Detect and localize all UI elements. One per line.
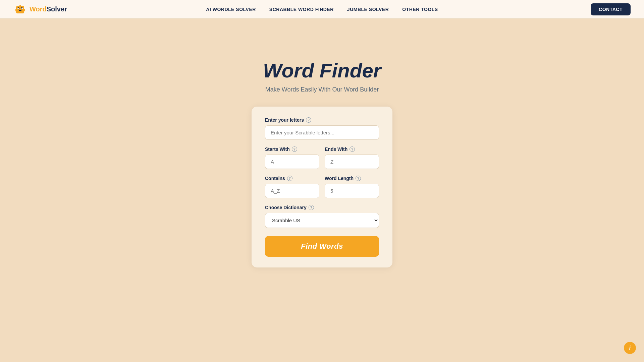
main-nav: AI WORDLE SOLVER SCRABBLE WORD FINDER JU… <box>206 7 438 12</box>
letters-help-icon[interactable]: ? <box>306 117 311 123</box>
main-content: Word Finder Make Words Easily With Our W… <box>0 19 644 267</box>
svg-rect-0 <box>16 6 24 13</box>
dictionary-label: Choose Dictionary ? <box>265 205 379 210</box>
contains-help-icon[interactable]: ? <box>287 176 292 181</box>
starts-ends-row: Starts With ? Ends With ? <box>265 146 379 169</box>
svg-point-7 <box>17 8 19 9</box>
letters-field-group: Enter your letters ? <box>265 117 379 140</box>
nav-scrabble[interactable]: SCRABBLE WORD FINDER <box>269 7 334 12</box>
page-subtitle: Make Words Easily With Our Word Builder <box>265 86 379 93</box>
header: WordSolver AI WORDLE SOLVER SCRABBLE WOR… <box>0 0 644 19</box>
word-length-field-group: Word Length ? <box>325 176 379 198</box>
find-words-button[interactable]: Find Words <box>265 236 379 257</box>
logo[interactable]: WordSolver <box>13 3 67 16</box>
dictionary-field-group: Choose Dictionary ? Scrabble US Scrabble… <box>265 205 379 228</box>
contains-length-row: Contains ? Word Length ? <box>265 176 379 198</box>
nav-ai-wordle[interactable]: AI WORDLE SOLVER <box>206 7 256 12</box>
svg-rect-3 <box>19 10 21 11</box>
word-length-label: Word Length ? <box>325 176 379 181</box>
starts-with-help-icon[interactable]: ? <box>292 146 297 152</box>
starts-with-input[interactable] <box>265 155 319 169</box>
letters-input[interactable] <box>265 125 379 140</box>
page-title: Word Finder <box>263 59 381 82</box>
contains-input[interactable] <box>265 184 319 198</box>
dictionary-help-icon[interactable]: ? <box>309 205 314 210</box>
svg-point-8 <box>21 8 23 9</box>
letters-label: Enter your letters ? <box>265 117 379 123</box>
svg-rect-5 <box>15 9 16 11</box>
word-finder-form: Enter your letters ? Starts With ? Ends … <box>252 107 392 267</box>
nav-other-tools[interactable]: OTHER TOOLS <box>402 7 438 12</box>
contains-field-group: Contains ? <box>265 176 319 198</box>
svg-rect-4 <box>19 5 21 6</box>
contains-label: Contains ? <box>265 176 319 181</box>
ends-with-help-icon[interactable]: ? <box>350 146 355 152</box>
word-length-input[interactable] <box>325 184 379 198</box>
ends-with-label: Ends With ? <box>325 146 379 152</box>
starts-with-label: Starts With ? <box>265 146 319 152</box>
contact-button[interactable]: CONTACT <box>591 3 631 15</box>
ends-with-field-group: Ends With ? <box>325 146 379 169</box>
logo-text: WordSolver <box>30 5 67 13</box>
logo-icon <box>13 3 27 16</box>
info-button[interactable]: i <box>624 342 636 354</box>
nav-jumble[interactable]: JUMBLE SOLVER <box>347 7 389 12</box>
svg-rect-6 <box>24 9 25 11</box>
starts-with-field-group: Starts With ? <box>265 146 319 169</box>
word-length-help-icon[interactable]: ? <box>356 176 361 181</box>
ends-with-input[interactable] <box>325 155 379 169</box>
dictionary-select[interactable]: Scrabble US Scrabble UK Words With Frien… <box>265 213 379 228</box>
